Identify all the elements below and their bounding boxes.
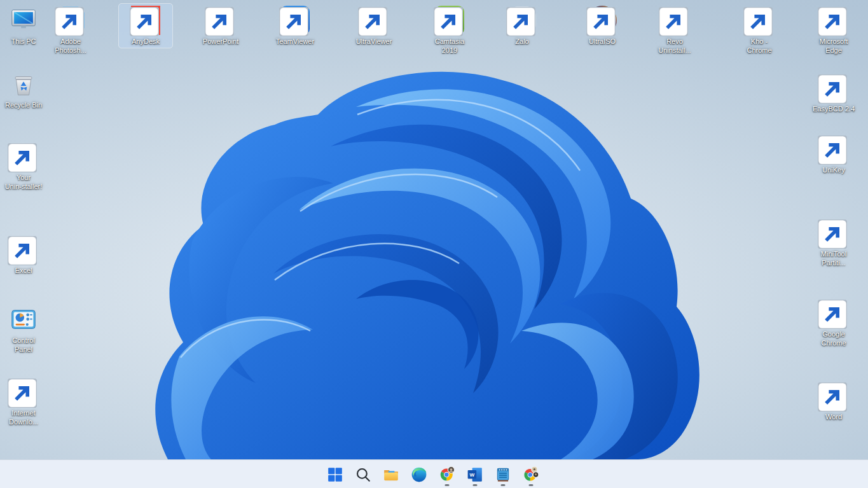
ultraviewer-icon	[359, 6, 389, 35]
shortcut-arrow-icon	[818, 300, 847, 329]
revo-uninstaller-icon: R	[660, 6, 689, 35]
desktop-icon-label: UniKey	[822, 166, 844, 175]
desktop-icon-kho-chrome[interactable]: Kho - Chrome	[733, 4, 786, 57]
desktop-icon-unikey[interactable]: uinUniKey	[807, 132, 860, 176]
desktop-icon-label: Camtasia 2019	[435, 38, 464, 55]
recycle-bin-icon	[9, 69, 38, 99]
teamviewer-icon	[280, 6, 310, 35]
desktop-icon-camtasia[interactable]: Camtasia 2019	[423, 4, 476, 57]
desktop-icon-label: PowerPoint	[203, 38, 238, 46]
desktop-icon-ultraviewer[interactable]: UltraViewer	[347, 4, 401, 48]
shortcut-arrow-icon	[358, 7, 387, 36]
desktop-icon-label: AnyDesk	[132, 38, 160, 46]
minitool-partition-icon	[819, 218, 848, 247]
anydesk-icon	[131, 6, 160, 35]
shortcut-arrow-icon	[55, 7, 84, 36]
desktop-icon-minitool-partition[interactable]: MiniTool Partiti...	[807, 216, 860, 269]
easybcd-icon: EasyBCD	[819, 73, 848, 102]
microsoft-edge-icon	[819, 6, 848, 35]
desktop-icon-this-pc[interactable]: This PC	[0, 4, 50, 48]
running-indicator	[473, 484, 478, 486]
desktop-icon-label: TeamViewer	[276, 38, 314, 46]
desktop-icon-label: Your Unin-staller!	[5, 174, 43, 192]
desktop-icon-ultraiso[interactable]: UltraISO	[575, 4, 629, 48]
taskbar-chrome-profile-1-button[interactable]	[434, 462, 460, 487]
desktop-icon-label: Control Panel	[12, 337, 34, 354]
desktop-icon-recycle-bin[interactable]: Recycle Bin	[0, 67, 50, 111]
excel-icon: X	[9, 235, 38, 264]
desktop-icon-microsoft-edge[interactable]: Microsoft Edge	[807, 4, 860, 57]
desktop-icon-control-panel[interactable]: Control Panel	[0, 303, 50, 356]
shortcut-arrow-icon	[818, 7, 847, 36]
desktop-icon-powerpoint[interactable]: PPowerPoint	[194, 4, 247, 48]
ultraiso-icon	[588, 6, 617, 35]
desktop-icon-google-chrome[interactable]: Google Chrome	[807, 296, 860, 349]
wallpaper-bloom-art	[0, 0, 868, 459]
taskbar-search-button[interactable]	[350, 462, 376, 487]
running-indicator	[529, 484, 534, 486]
taskbar-word-button[interactable]: W	[462, 462, 488, 487]
powerpoint-icon: P	[206, 6, 235, 35]
desktop-icon-label: Google Chrome	[821, 330, 846, 348]
shortcut-arrow-icon	[8, 236, 37, 265]
taskbar-start-button[interactable]	[322, 462, 348, 487]
desktop-icon-label: Microsoft Edge	[820, 38, 848, 55]
shortcut-arrow-icon	[818, 220, 847, 249]
desktop-icon-your-uninstaller[interactable]: YuYour Unin-staller!	[0, 140, 50, 193]
shortcut-arrow-icon	[818, 382, 847, 412]
taskbar-notebook-app-button[interactable]	[490, 462, 516, 487]
desktop-icon-anydesk[interactable]: AnyDesk	[119, 4, 172, 48]
desktop-icon-label: Excel	[15, 267, 32, 275]
desktop-icon-adobe-photoshop[interactable]: PsAdobe Photosh...	[44, 4, 97, 57]
desktop-icon-idm[interactable]: Internet Downlo...	[0, 375, 50, 428]
shortcut-arrow-icon	[506, 7, 535, 36]
shortcut-arrow-icon	[8, 379, 37, 408]
idm-icon	[9, 377, 38, 407]
shortcut-arrow-icon	[279, 7, 308, 36]
taskbar-microsoft-edge-button[interactable]	[406, 462, 432, 487]
shortcut-arrow-icon	[434, 7, 463, 36]
shortcut-arrow-icon	[818, 136, 847, 165]
word-icon: W	[819, 381, 848, 410]
your-uninstaller-icon: Yu	[9, 142, 38, 171]
shortcut-arrow-icon	[818, 74, 847, 104]
taskbar-center-icons: W	[322, 460, 544, 488]
svg-text:W: W	[470, 472, 475, 478]
desktop-icon-teamviewer[interactable]: TeamViewer	[268, 4, 322, 48]
this-pc-icon	[9, 6, 38, 35]
desktop-icon-label: Recycle Bin	[5, 101, 42, 110]
adobe-photoshop-icon: Ps	[56, 6, 85, 35]
desktop-icon-zalo[interactable]: ZaloZalo	[495, 4, 549, 48]
unikey-icon: uin	[819, 134, 848, 164]
running-indicator	[501, 484, 506, 486]
shortcut-arrow-icon	[743, 7, 773, 36]
desktop-icon-label: UltraISO	[589, 38, 616, 46]
taskbar-chrome-profile-2-button[interactable]	[518, 462, 544, 487]
shortcut-arrow-icon	[130, 7, 159, 36]
shortcut-arrow-icon	[8, 143, 37, 172]
desktop-icon-label: Revo Uninstall...	[658, 38, 691, 55]
kho-chrome-icon	[745, 6, 774, 35]
desktop-icon-label: Zalo	[515, 38, 528, 46]
desktop-icon-label: Internet Downlo...	[9, 409, 38, 427]
desktop-icon-label: This PC	[11, 38, 36, 46]
google-chrome-icon	[819, 298, 848, 328]
taskbar-file-explorer-button[interactable]	[378, 462, 404, 487]
desktop-icon-label: Kho - Chrome	[747, 38, 771, 55]
desktop-icon-word[interactable]: WWord	[807, 379, 860, 423]
taskbar: W V ENG 9:47 PM 8/30/2021 4	[0, 459, 868, 488]
desktop-icon-label: MiniTool Partiti...	[821, 250, 846, 268]
desktop-wallpaper[interactable]: This PCPsAdobe Photosh...AnyDeskPPowerPo…	[0, 0, 868, 459]
zalo-icon: Zalo	[507, 6, 537, 35]
desktop-icon-label: EasyBCD 2.4	[813, 105, 855, 114]
shortcut-arrow-icon	[659, 7, 688, 36]
control-panel-icon	[9, 305, 38, 334]
desktop-icon-label: Word	[825, 413, 842, 422]
shortcut-arrow-icon	[205, 7, 234, 36]
shortcut-arrow-icon	[586, 7, 616, 36]
desktop-icon-easybcd[interactable]: EasyBCDEasyBCD 2.4	[807, 71, 860, 115]
desktop-icon-revo-uninstaller[interactable]: RRevo Uninstall...	[648, 4, 701, 57]
camtasia-icon	[435, 6, 464, 35]
running-indicator	[445, 484, 450, 486]
desktop-icon-excel[interactable]: XExcel	[0, 233, 50, 277]
